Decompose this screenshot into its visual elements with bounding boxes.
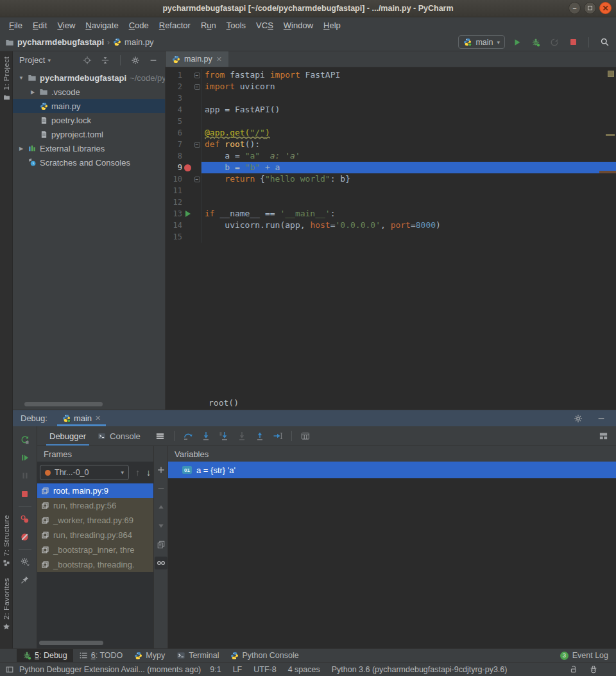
stripe-favorites[interactable]: 2: Favorites <box>0 578 13 630</box>
evaluate-expression-button[interactable] <box>298 428 313 444</box>
tree-item-poetry-lock[interactable]: poetry.lock <box>13 113 165 127</box>
lock-icon[interactable] <box>570 665 578 673</box>
tab-console[interactable]: Console <box>92 426 146 446</box>
code-line-4[interactable]: 4app = FastAPI() <box>166 104 616 116</box>
run-to-cursor-button[interactable] <box>270 428 286 444</box>
code-line-12[interactable]: 12 <box>166 196 616 208</box>
view-breakpoints-button[interactable] <box>16 510 34 528</box>
editor-breadcrumb[interactable]: root() <box>166 396 616 410</box>
move-up-button[interactable] <box>155 501 167 514</box>
close-icon[interactable]: ✕ <box>599 2 612 14</box>
debug-button[interactable] <box>529 36 542 49</box>
coverage-button[interactable] <box>548 36 561 49</box>
step-into-button[interactable] <box>198 428 214 444</box>
collapse-all-button[interactable] <box>99 54 112 67</box>
frame-run-threading-py-864[interactable]: run, threading.py:864 <box>37 528 153 542</box>
code-line-9[interactable]: 9 b = "b" + a <box>166 162 616 173</box>
stripe-structure[interactable]: 7: Structure <box>0 515 13 567</box>
menu-navigate[interactable]: Navigate <box>80 17 123 33</box>
variable-row[interactable]: 01a = {str} 'a' <box>168 462 616 478</box>
debug-header-settings-button[interactable] <box>572 412 585 425</box>
stop-button[interactable] <box>16 485 34 503</box>
move-down-button[interactable] <box>155 519 167 532</box>
run-gutter-icon[interactable] <box>182 208 193 220</box>
file-encoding[interactable]: UTF-8 <box>253 665 276 674</box>
breadcrumb-file[interactable]: main.py <box>124 37 154 47</box>
menu-vcs[interactable]: VCS <box>251 17 278 33</box>
code-line-1[interactable]: 1−from fastapi import FastAPI <box>166 69 616 81</box>
maximize-icon[interactable] <box>584 2 596 14</box>
frame-bootstrap-threading[interactable]: _bootstrap, threading. <box>37 557 153 572</box>
thread-select[interactable]: Thr...-0_0 ▾ <box>40 465 129 480</box>
editor-tab-main-py[interactable]: main.py ✕ <box>166 51 228 67</box>
toolwindow-tab-terminal[interactable]: Terminal <box>171 649 225 662</box>
menu-view[interactable]: View <box>52 17 80 33</box>
tab-debugger[interactable]: Debugger <box>44 426 92 446</box>
search-everywhere-button[interactable] <box>598 36 611 49</box>
frame-bootstrap-inner-thre[interactable]: _bootstrap_inner, thre <box>37 542 153 557</box>
tree-item-vscode[interactable]: ▶.vscode <box>13 85 165 99</box>
step-over-button[interactable] <box>180 428 196 444</box>
frame-worker-thread-py-69[interactable]: _worker, thread.py:69 <box>37 513 153 528</box>
code-line-6[interactable]: 6@app.get("/") <box>166 127 616 139</box>
fold-marker[interactable]: − <box>193 173 201 185</box>
code-line-3[interactable]: 3 <box>166 92 616 104</box>
fold-marker[interactable]: − <box>193 81 201 92</box>
breakpoint-stripe-mark[interactable] <box>599 171 616 173</box>
toolwindow-tab-5-debug[interactable]: 5: Debug <box>17 649 73 662</box>
remove-button[interactable] <box>155 482 167 495</box>
code-line-15[interactable]: 15 <box>166 231 616 243</box>
caret-position[interactable]: 9:1 <box>210 665 221 674</box>
inspection-indicator[interactable] <box>608 71 614 77</box>
tree-item-external-libraries[interactable]: ▶External Libraries <box>13 141 165 155</box>
locate-button[interactable] <box>81 54 94 67</box>
tree-item-pycharmdebugfastapi[interactable]: ▼pycharmdebugfastapi~/code/pychar <box>13 71 165 85</box>
tree-item-main-py[interactable]: main.py <box>13 99 165 113</box>
breakpoint-icon[interactable] <box>182 162 193 173</box>
close-session-icon[interactable]: ✕ <box>95 414 101 422</box>
run-config-select[interactable]: main ▾ <box>458 35 505 49</box>
restore-layout-button[interactable] <box>597 429 610 442</box>
hide-debug-window-button[interactable] <box>595 412 608 425</box>
menu-tools[interactable]: Tools <box>221 17 251 33</box>
fold-marker[interactable]: − <box>193 139 201 150</box>
pin-button[interactable] <box>16 571 34 589</box>
project-view-select[interactable]: Project <box>19 55 45 65</box>
chevron-right-icon[interactable]: ▶ <box>28 89 38 95</box>
code-line-7[interactable]: 7−def root(): <box>166 139 616 150</box>
toolwindow-icon[interactable] <box>5 665 14 674</box>
menu-file[interactable]: File <box>4 17 28 33</box>
toolwindow-tab-mypy[interactable]: Mypy <box>128 649 171 662</box>
show-watches-button[interactable] <box>155 557 167 569</box>
breadcrumb-project[interactable]: pycharmdebugfastapi <box>17 37 104 47</box>
menu-help[interactable]: Help <box>318 17 346 33</box>
tree-item-pyproject-toml[interactable]: pyproject.toml <box>13 127 165 141</box>
code-line-5[interactable]: 5 <box>166 116 616 127</box>
minimize-icon[interactable]: − <box>569 2 581 14</box>
toolwindow-tab-6-todo[interactable]: 6: TODO <box>73 649 129 662</box>
view-options-button[interactable] <box>153 428 168 444</box>
indent-setting[interactable]: 4 spaces <box>288 665 320 674</box>
line-ending[interactable]: LF <box>233 665 243 674</box>
debug-session-tab[interactable]: main ✕ <box>56 410 107 426</box>
code-line-11[interactable]: 11 <box>166 185 616 196</box>
toolwindow-tab-python-console[interactable]: Python Console <box>225 649 304 662</box>
settings-button[interactable] <box>129 54 142 67</box>
step-into-my-code-button[interactable] <box>216 428 232 444</box>
hector-icon[interactable] <box>589 665 598 674</box>
stop-button[interactable] <box>567 36 579 49</box>
interpreter[interactable]: Python 3.6 (pycharmdebugfastapi-9cdjtyrg… <box>332 665 508 674</box>
menu-refactor[interactable]: Refactor <box>154 17 196 33</box>
menu-run[interactable]: Run <box>196 17 221 33</box>
resume-button[interactable] <box>16 449 34 467</box>
horizontal-scrollbar[interactable] <box>39 641 103 645</box>
code-line-10[interactable]: 10− return {"hello world": b} <box>166 173 616 185</box>
menu-edit[interactable]: Edit <box>28 17 52 33</box>
previous-frame-button[interactable]: ↑ <box>135 467 140 478</box>
force-step-into-button[interactable] <box>234 428 250 444</box>
close-tab-icon[interactable]: ✕ <box>216 55 222 64</box>
frame-run-thread-py-56[interactable]: run, thread.py:56 <box>37 498 153 513</box>
step-out-button[interactable] <box>252 428 268 444</box>
add-button[interactable] <box>155 464 167 476</box>
rerun-button[interactable] <box>16 431 34 449</box>
